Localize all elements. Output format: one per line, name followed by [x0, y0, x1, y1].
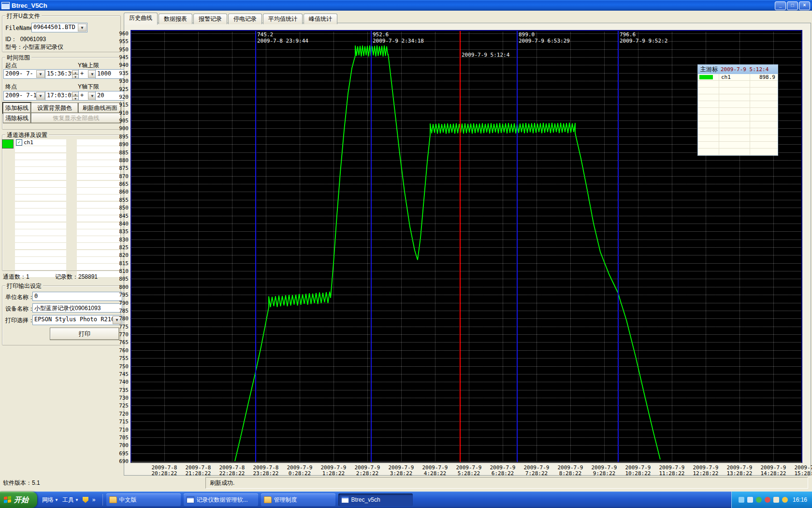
y-tick-label: 895	[116, 134, 129, 140]
device-name-input[interactable]: 小型蓝屏记录仪09061093	[32, 303, 122, 313]
y-lower-sign-combo[interactable]: +▼	[78, 91, 98, 101]
cursor-line[interactable]	[517, 31, 518, 462]
quick-launch-chevron[interactable]: »	[92, 496, 96, 503]
set-background-color-button[interactable]: 设置背景颜色	[31, 103, 78, 113]
x-tick-label: 2009-7-915:28:22	[790, 465, 812, 477]
y-tick-label: 960	[116, 30, 129, 37]
spinner-arrows-icon[interactable]: ▲▼	[72, 92, 79, 100]
unit-name-input[interactable]: 0	[32, 292, 122, 301]
start-button[interactable]: 开始	[0, 492, 37, 508]
network-icon[interactable]	[739, 497, 744, 503]
spinner-arrows-icon[interactable]: ▲▼	[72, 70, 79, 78]
id-value: 09061093	[20, 36, 46, 43]
tab-停电记录[interactable]: 停电记录	[228, 14, 262, 24]
y-tick-label: 775	[116, 324, 129, 330]
settings-list-row	[77, 202, 120, 209]
print-button[interactable]: 打印	[50, 328, 119, 340]
end-date-combo[interactable]: 2009- 7-11▼	[3, 91, 46, 101]
update-icon[interactable]	[782, 497, 788, 503]
end-time-spinner[interactable]: 17:03:05 ▲▼	[45, 91, 80, 101]
channel-color-swatch[interactable]	[2, 139, 14, 149]
y-upper-sign-combo[interactable]: +▼	[78, 69, 98, 79]
channel-list-row	[15, 188, 66, 194]
channel-list-row	[15, 146, 66, 153]
refresh-curve-button[interactable]: 刷新曲线画面	[78, 103, 121, 113]
taskbar-button-中文版[interactable]: 中文版	[106, 493, 181, 506]
taskbar-button-管理制度[interactable]: 管理制度	[261, 493, 335, 506]
channel-list-row[interactable]: ✓ch1	[15, 139, 66, 146]
main-cursor-panel[interactable]: 主游标 2009-7-9 5:12:4 ch1898.9	[697, 64, 778, 156]
y-tick-label: 790	[116, 300, 129, 306]
cursor-line[interactable]	[255, 31, 256, 462]
x-tick-label: 2009-7-99:28:22	[587, 465, 621, 477]
y-tick-label: 740	[116, 379, 129, 385]
channel-group-title: 通道选择及设置	[5, 131, 49, 139]
cursor-row-value	[750, 115, 778, 121]
printer-combo[interactable]: EPSON Stylus Photo R210 Ser▼	[32, 315, 122, 325]
y-tick-label: 835	[116, 228, 129, 235]
y-tick-label: 725	[116, 403, 129, 409]
settings-list-row	[77, 264, 120, 270]
volume-icon[interactable]	[773, 497, 779, 503]
display-icon[interactable]	[747, 497, 753, 503]
time-range-group: 时间范围 起点 Y轴上限 2009- 7- 6▼ 15:36:39 ▲▼ +▼ …	[2, 57, 121, 130]
alert-icon[interactable]	[765, 497, 770, 503]
y-tick-label: 815	[116, 260, 129, 267]
tab-历史曲线[interactable]: 历史曲线	[124, 13, 158, 25]
cursor-line[interactable]	[371, 31, 372, 462]
y-tick-label: 955	[116, 38, 129, 45]
add-marker-button[interactable]: 添加标线	[3, 103, 31, 113]
cursor-row-swatch-cell	[698, 142, 719, 148]
main-cursor-time: 2009-7-9 5:12:4	[721, 66, 768, 73]
taskbar-button-Btrec_v5ch[interactable]: Btrec_v5ch	[338, 493, 413, 506]
chevron-down-icon[interactable]: ▼	[78, 24, 87, 31]
y-tick-label: 760	[116, 347, 129, 354]
cursor-row-value	[750, 108, 778, 114]
minimize-button[interactable]: _	[775, 1, 786, 10]
start-date-combo[interactable]: 2009- 7- 6▼	[3, 69, 46, 79]
cursor-row-value	[750, 88, 778, 94]
open-file-group-title: 打开U盘文件	[5, 12, 42, 20]
start-time-spinner[interactable]: 15:36:39 ▲▼	[45, 69, 80, 79]
channel-checkbox[interactable]: ✓	[16, 139, 22, 146]
channel-list-row	[15, 202, 66, 209]
shield-icon[interactable]	[756, 497, 762, 503]
chevron-down-icon[interactable]: ▼	[36, 70, 45, 78]
chevron-down-icon[interactable]: ▼	[36, 92, 45, 100]
printer-select-label: 打印选择：	[5, 316, 34, 325]
shield-icon[interactable]	[83, 497, 88, 503]
taskbar-clock: 16:16	[793, 496, 807, 503]
y-tick-label: 925	[116, 86, 129, 92]
tab-数据报表[interactable]: 数据报表	[159, 14, 192, 24]
cursor-row-name	[719, 142, 750, 148]
cursor-line[interactable]	[618, 31, 619, 462]
quick-launch-网络[interactable]: 网络▼	[42, 496, 58, 504]
cursor-row-swatch-cell	[698, 94, 719, 101]
record-count-label: 记录数：	[55, 273, 78, 280]
channel-count-value: 1	[26, 273, 29, 280]
y-tick-label: 690	[116, 458, 129, 464]
main-cursor-line[interactable]	[460, 31, 461, 462]
channel-list-row	[15, 194, 66, 201]
close-button[interactable]: ×	[799, 1, 810, 10]
cursor-panel-row	[698, 115, 778, 121]
maximize-button[interactable]: □	[787, 1, 798, 10]
tab-平均值统计[interactable]: 平均值统计	[263, 14, 303, 24]
x-tick-label: 2009-7-822:28:22	[215, 465, 249, 477]
filename-combo[interactable]: 09644501.BTD ▼	[31, 23, 87, 32]
cursor-row-name	[719, 108, 750, 114]
software-version-label: 软件版本：5.1	[3, 479, 40, 487]
cursor-panel-row	[698, 94, 778, 101]
cursor-row-swatch-cell	[698, 81, 719, 87]
clear-marker-button[interactable]: 清除标线	[3, 113, 31, 123]
channel-name-label: ch1	[24, 139, 33, 146]
cursor-row-name	[719, 128, 750, 134]
main-cursor-rows: ch1898.9	[698, 74, 778, 155]
app-icon	[1, 2, 10, 9]
tab-峰值统计[interactable]: 峰值统计	[304, 14, 337, 24]
y-tick-label: 840	[116, 221, 129, 227]
y-tick-label: 785	[116, 308, 129, 314]
taskbar-button-记录仪数据管理软...[interactable]: 记录仪数据管理软...	[184, 493, 258, 506]
tab-报警记录[interactable]: 报警记录	[193, 14, 227, 24]
quick-launch-工具[interactable]: 工具▼	[62, 496, 79, 504]
